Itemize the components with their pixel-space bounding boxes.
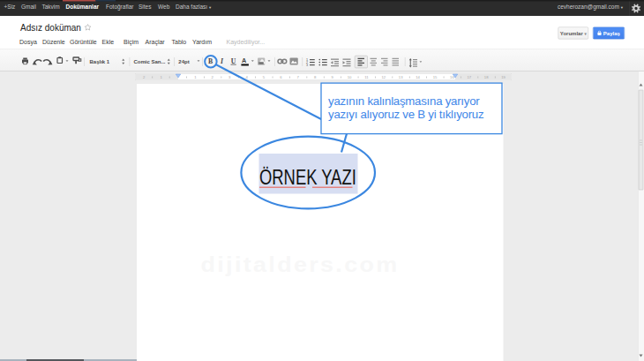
svg-text:yazının kalınlaşmasına yarıyor: yazının kalınlaşmasına yarıyor — [328, 94, 480, 108]
svg-text:yazıyı alıyoruz ve B yi tıklıy: yazıyı alıyoruz ve B yi tıklıyoruz — [328, 108, 483, 121]
